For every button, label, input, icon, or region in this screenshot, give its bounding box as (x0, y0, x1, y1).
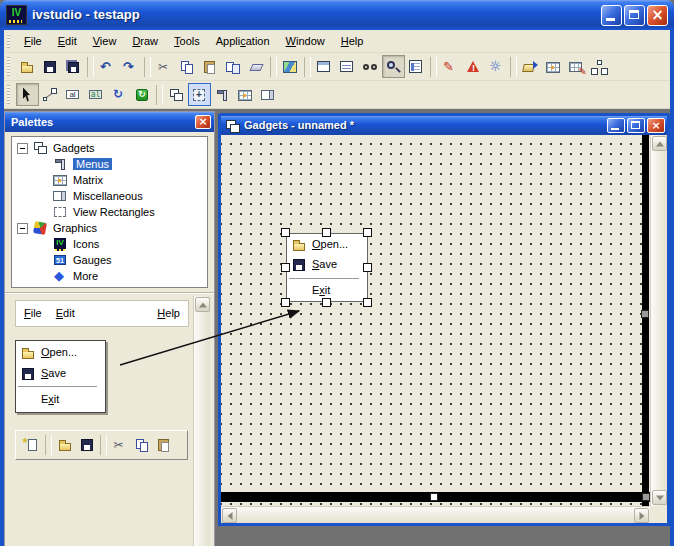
maximize-button[interactable] (624, 5, 645, 26)
minimize-button[interactable] (601, 5, 622, 26)
scroll-up-button[interactable] (195, 297, 210, 312)
menu-draw[interactable]: Draw (124, 31, 166, 51)
gadgets-titlebar[interactable]: Gadgets - unnamed * (221, 116, 667, 135)
menu-help[interactable]: Help (333, 31, 372, 51)
selection-handle-top-right[interactable] (363, 228, 372, 237)
selection-handle-top-center[interactable] (322, 228, 331, 237)
paste-button[interactable] (199, 55, 222, 78)
image-button[interactable] (279, 55, 302, 78)
sample-open-button[interactable] (54, 434, 76, 456)
sample-paste-button[interactable] (153, 434, 175, 456)
find-button[interactable] (359, 55, 382, 78)
menu-item-exit[interactable]: Exit (16, 388, 105, 409)
misc-palette-button[interactable] (257, 83, 280, 106)
cut-button[interactable] (153, 55, 176, 78)
iv-logo-icon[interactable] (6, 5, 27, 25)
tree-item-matrix[interactable]: Matrix (12, 172, 207, 188)
palettes-titlebar[interactable]: Palettes (5, 112, 214, 132)
duplicate-button[interactable] (222, 55, 245, 78)
tree-item-gadgets[interactable]: Gadgets (12, 140, 207, 156)
selection-handle-bottom-right[interactable] (363, 298, 372, 307)
scroll-down-button[interactable] (652, 490, 667, 505)
menu-tools[interactable]: Tools (166, 31, 208, 51)
tree-expander[interactable] (17, 223, 28, 234)
sample-menu-file[interactable]: File (24, 301, 42, 326)
save-all-button[interactable] (62, 55, 85, 78)
open-button[interactable] (16, 55, 39, 78)
tree-item-view-rectangles[interactable]: View Rectangles (12, 204, 207, 220)
child-close-button[interactable] (647, 118, 665, 133)
copy-button[interactable] (176, 55, 199, 78)
sample-copy-button[interactable] (131, 434, 153, 456)
page-resize-handle-corner[interactable] (642, 493, 650, 501)
tree-item-graphics[interactable]: Graphics (12, 220, 207, 236)
label-button[interactable] (62, 83, 85, 106)
undo-button[interactable] (96, 55, 119, 78)
matrix-edit-button[interactable] (565, 55, 588, 78)
selection-handle-top-left[interactable] (281, 228, 290, 237)
gadgets-canvas[interactable]: Open...SaveExit (221, 135, 650, 506)
matrix-palette-button[interactable] (234, 83, 257, 106)
tree-expander[interactable] (17, 143, 28, 154)
erase-button[interactable] (245, 55, 268, 78)
sample-save-button[interactable] (76, 434, 98, 456)
page-resize-handle-bottom[interactable] (430, 493, 438, 501)
rotate-button[interactable] (108, 83, 131, 106)
edit-button[interactable] (439, 55, 462, 78)
menu-item-save[interactable]: Save (16, 362, 105, 383)
open-panel-button[interactable] (519, 55, 542, 78)
menu-item-exit[interactable]: Exit (287, 280, 367, 300)
vertical-scrollbar[interactable] (650, 135, 667, 506)
main-titlebar[interactable]: ivstudio - testapp (0, 0, 674, 30)
menu-window[interactable]: Window (278, 31, 333, 51)
debug-button[interactable] (485, 55, 508, 78)
sample-cut-button[interactable] (109, 434, 131, 456)
test-panel-button[interactable] (313, 55, 336, 78)
selection-handle-mid-left[interactable] (281, 263, 290, 272)
close-button[interactable] (647, 5, 668, 26)
child-minimize-button[interactable] (607, 118, 625, 133)
child-maximize-button[interactable] (627, 118, 645, 133)
sample-menu-edit[interactable]: Edit (56, 301, 75, 326)
edit-points-button[interactable] (39, 83, 62, 106)
matrix-button[interactable] (542, 55, 565, 78)
palettes-close-button[interactable] (195, 115, 211, 129)
menu-edit[interactable]: Edit (50, 31, 85, 51)
menus-palette-button[interactable] (211, 83, 234, 106)
save-button[interactable] (39, 55, 62, 78)
tree-item-icons[interactable]: Icons (12, 236, 207, 252)
arrange-button[interactable] (165, 83, 188, 106)
menu-application[interactable]: Application (208, 31, 278, 51)
inspect-button[interactable] (382, 55, 405, 78)
error-button[interactable] (462, 55, 485, 78)
menu-file[interactable]: File (16, 31, 50, 51)
popup-menu-sample[interactable]: Open...SaveExit (15, 340, 106, 413)
toolbar-gripper[interactable] (7, 57, 10, 76)
group-button[interactable] (588, 55, 611, 78)
canvas-menu-widget[interactable]: Open...SaveExit (286, 233, 368, 302)
tree-item-more[interactable]: More (12, 268, 207, 284)
focus-button[interactable] (188, 83, 211, 106)
menu-view[interactable]: View (85, 31, 125, 51)
selection-handle-mid-right[interactable] (363, 263, 372, 272)
toolbar-gripper[interactable] (7, 34, 10, 48)
palette-scrollbar[interactable] (193, 296, 210, 546)
selection-handle-bottom-left[interactable] (281, 298, 290, 307)
selection-handle-bottom-center[interactable] (322, 298, 331, 307)
scroll-up-button[interactable] (652, 136, 667, 151)
menu-item-save[interactable]: Save (287, 254, 367, 274)
horizontal-scrollbar[interactable] (221, 506, 650, 523)
tree-item-miscellaneous[interactable]: Miscellaneous (12, 188, 207, 204)
menu-item-open[interactable]: Open... (287, 234, 367, 254)
menu-item-open[interactable]: Open... (16, 341, 105, 362)
dialog-button[interactable] (336, 55, 359, 78)
tree-item-gauges[interactable]: Gauges (12, 252, 207, 268)
form-button[interactable] (405, 55, 428, 78)
toolbar-gripper[interactable] (7, 85, 10, 104)
scroll-right-button[interactable] (634, 508, 649, 523)
tree-item-menus[interactable]: Menus (12, 156, 207, 172)
scroll-left-button[interactable] (222, 508, 237, 523)
page-resize-handle-right[interactable] (641, 310, 649, 318)
sample-menu-help[interactable]: Help (157, 301, 180, 326)
gadgets-window-icon[interactable] (225, 119, 240, 132)
